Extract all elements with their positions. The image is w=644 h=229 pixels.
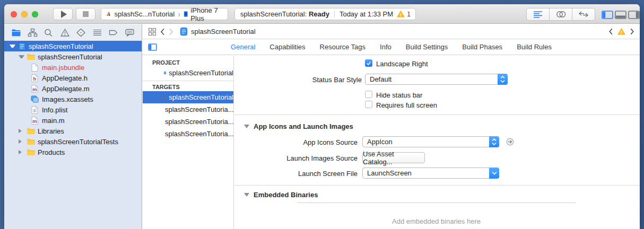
status-bar-style-popup[interactable]: Default — [365, 74, 508, 85]
use-asset-catalog-button[interactable]: Use Asset Catalog... — [362, 152, 425, 163]
tab-info[interactable]: Info — [380, 43, 391, 51]
tab-build-rules[interactable]: Build Rules — [517, 43, 552, 51]
stop-button[interactable] — [76, 8, 95, 20]
tree-row-file[interactable]: main.jsbundle — [4, 62, 142, 73]
next-issue-icon[interactable] — [630, 28, 634, 35]
forward-icon[interactable] — [169, 28, 173, 36]
activity-time: Today at 1:33 PM — [340, 10, 393, 18]
app-icons-source-label: App Icons Source — [234, 138, 358, 146]
project-file-icon — [180, 28, 187, 36]
play-icon — [61, 11, 67, 18]
landscape-right-label: Landscape Right — [376, 60, 428, 68]
tab-build-settings[interactable]: Build Settings — [406, 43, 448, 51]
targets-list: A splashScreenTutorial splashScreenTutor… — [143, 91, 233, 140]
editor-tabbar: General Capabilities Resource Tags Info … — [143, 39, 640, 55]
app-icons-source-popup[interactable]: AppIcon — [362, 136, 499, 147]
launch-screen-file-combo[interactable]: LaunchScreen — [362, 168, 499, 179]
tree-row-folder[interactable]: splashScreenTutorial — [4, 51, 142, 62]
requires-full-screen-checkbox[interactable] — [365, 101, 372, 108]
objc-file-icon: m — [30, 85, 39, 93]
tab-capabilities[interactable]: Capabilities — [269, 43, 305, 51]
assistant-editor-button[interactable] — [549, 8, 572, 21]
jump-to-catalog-icon[interactable] — [506, 138, 514, 146]
general-settings-content: Landscape Right Status Bar Style Default… — [234, 56, 640, 229]
tree-row-file[interactable]: m AppDelegate.m — [4, 83, 142, 94]
tree-row-folder[interactable]: Libraries — [4, 126, 142, 136]
popup-stepper-icon — [489, 136, 499, 147]
test-navigator-icon[interactable] — [76, 28, 86, 37]
file-tree: splashScreenTutorial splashScreenTutoria… — [4, 40, 142, 157]
tab-general[interactable]: General — [231, 43, 255, 51]
version-editor-button[interactable] — [572, 8, 595, 21]
related-items-icon[interactable] — [148, 28, 156, 36]
settings-pane-toggle-icon[interactable] — [148, 43, 157, 51]
tree-row-file[interactable]: Images.xcassets — [4, 94, 142, 104]
target-row-app[interactable]: A splashScreenTutoria... — [143, 116, 233, 128]
standard-editor-button[interactable] — [526, 8, 550, 21]
svg-text:m: m — [32, 118, 37, 124]
tab-resource-tags[interactable]: Resource Tags — [320, 43, 365, 51]
disclosure-closed-icon[interactable] — [19, 139, 24, 144]
tree-row-file[interactable]: h AppDelegate.h — [4, 73, 142, 83]
project-item[interactable]: splashScreenTutorial — [143, 67, 233, 78]
tree-row-folder[interactable]: Products — [4, 147, 142, 157]
disclosure-closed-icon[interactable] — [19, 129, 24, 133]
tree-row-folder[interactable]: splashScreenTutorialTests — [4, 136, 142, 147]
disclosure-open-icon[interactable] — [19, 55, 24, 58]
svg-text:A: A — [162, 95, 166, 99]
issue-navigator-icon[interactable] — [60, 28, 70, 37]
debug-navigator-icon[interactable] — [92, 28, 102, 37]
breadcrumb[interactable]: splashScreenTutorial — [191, 28, 256, 36]
view-toggle-group — [602, 10, 640, 19]
table-divider — [297, 202, 576, 203]
back-icon[interactable] — [160, 28, 165, 36]
tree-row-file[interactable]: Info.plist — [4, 104, 142, 115]
run-button[interactable] — [53, 8, 73, 20]
svg-text:A: A — [107, 12, 110, 17]
disclosure-closed-icon[interactable] — [19, 150, 24, 154]
activity-warning[interactable]: ! 1 — [397, 11, 411, 18]
symbol-navigator-icon[interactable] — [28, 28, 38, 37]
app-target-icon: A — [162, 93, 166, 102]
minimize-button[interactable] — [21, 11, 28, 17]
find-navigator-icon[interactable] — [43, 28, 54, 37]
warning-icon[interactable]: ! — [617, 28, 625, 35]
target-row-bundle[interactable]: splashScreenTutoria... — [143, 128, 233, 140]
hide-status-bar-checkbox[interactable] — [365, 91, 372, 98]
status-bar-style-label: Status Bar Style — [234, 76, 362, 84]
editor-body: PROJECT splashScreenTutorial TARGETS A — [143, 56, 640, 229]
landscape-right-checkbox[interactable] — [365, 59, 372, 67]
tree-row-file[interactable]: m main.m — [4, 115, 142, 126]
scheme-target-label: splashSc...nTutorial — [115, 10, 175, 18]
section-disclosure-icon[interactable] — [244, 125, 249, 128]
popup-stepper-icon — [498, 74, 508, 85]
tab-build-phases[interactable]: Build Phases — [462, 43, 502, 51]
launch-images-source-label: Launch Images Source — [234, 154, 358, 162]
project-navigator-icon[interactable] — [11, 28, 21, 37]
section-divider — [234, 185, 640, 186]
target-row-bundle[interactable]: splashScreenTutoria... — [143, 103, 233, 116]
jump-bar: splashScreenTutorial ! — [143, 24, 640, 39]
disclosure-open-icon[interactable] — [10, 45, 15, 48]
scheme-selector[interactable]: A splashSc...nTutorial › iPhone 7 Plus — [101, 8, 228, 20]
svg-text:m: m — [32, 86, 37, 92]
desktop: A splashSc...nTutorial › iPhone 7 Plus s… — [0, 0, 644, 229]
launch-screen-file-label: Launch Screen File — [234, 170, 358, 178]
zoom-button[interactable] — [32, 11, 38, 17]
utilities-toggle-button[interactable] — [628, 10, 640, 19]
previous-issue-icon[interactable] — [608, 28, 613, 35]
debug-area-toggle-button[interactable] — [615, 10, 626, 19]
tree-label: Images.xcassets — [42, 95, 93, 103]
breakpoint-navigator-icon[interactable] — [108, 28, 118, 37]
navigator-toggle-button[interactable] — [602, 10, 613, 19]
xcode-window: A splashSc...nTutorial › iPhone 7 Plus s… — [4, 4, 640, 229]
target-label: splashScreenTutorial — [169, 93, 233, 101]
report-navigator-icon[interactable] — [125, 28, 135, 37]
target-label: splashScreenTutoria... — [165, 105, 233, 113]
warning-count: 1 — [407, 11, 411, 18]
section-disclosure-icon[interactable] — [244, 193, 249, 197]
tree-row-project[interactable]: splashScreenTutorial — [4, 41, 142, 51]
close-button[interactable] — [11, 11, 17, 17]
popup-value: AppIcon — [367, 138, 393, 146]
target-row-app[interactable]: A splashScreenTutorial — [143, 91, 233, 103]
